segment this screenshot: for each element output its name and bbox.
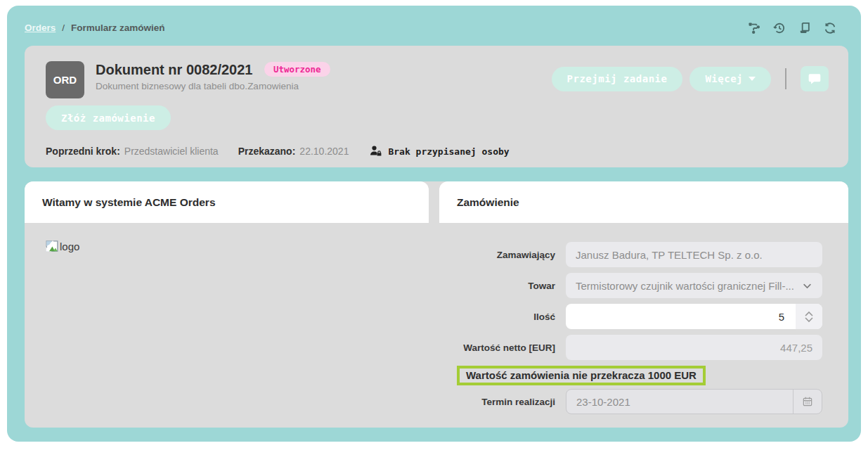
- notice-row: Wartość zamówienia nie przekracza 1000 E…: [457, 366, 822, 385]
- order-form: Zamawiający Janusz Badura, TP TELTECH Sp…: [439, 223, 848, 420]
- form-row: Termin realizacji 23-10-2021: [457, 389, 822, 414]
- form-row: Towar Termistorowy czujnik wartości gran…: [457, 273, 822, 298]
- form-row: Ilość 5: [457, 304, 822, 329]
- history-icon[interactable]: [772, 21, 786, 35]
- person-lock-icon: [370, 145, 382, 158]
- more-button[interactable]: Więcej: [689, 67, 771, 91]
- logo-alt-text: logo: [60, 241, 79, 252]
- handed-over-value: 22.10.2021: [299, 146, 349, 157]
- welcome-panel-header: Witamy w systemie ACME Orders: [25, 181, 429, 223]
- top-toolbar: [747, 21, 837, 35]
- product-select-value: Termistorowy czujnik wartości granicznej…: [576, 280, 794, 292]
- chevron-down-icon: [802, 281, 812, 291]
- breadcrumb-current: Formularz zamówień: [71, 23, 165, 33]
- comments-button[interactable]: [801, 66, 829, 91]
- field-label-towar: Towar: [457, 281, 566, 291]
- chat-icon: [808, 72, 822, 86]
- doc-type-badge: ORD: [46, 61, 84, 98]
- spinner-down-icon: [805, 317, 813, 323]
- orderer-field: Janusz Badura, TP TELTECH Sp. z o.o.: [566, 242, 822, 267]
- field-label-zamawiajacy: Zamawiający: [457, 250, 566, 260]
- calendar-icon: [802, 396, 813, 407]
- header-actions: Przejmij zadanie Więcej: [552, 61, 829, 91]
- delivery-date-value: 23-10-2021: [566, 396, 793, 408]
- field-label-termin: Termin realizacji: [457, 397, 566, 407]
- field-label-ilosc: Ilość: [457, 312, 566, 322]
- submit-order-button[interactable]: Złóż zamówienie: [46, 105, 171, 130]
- assignee-status-text: Brak przypisanej osoby: [388, 146, 509, 157]
- previous-step-label: Poprzedni krok:: [46, 146, 120, 157]
- process-diagram-icon[interactable]: [747, 21, 761, 35]
- workflow-meta: Poprzedni krok: Przedstawiciel klienta P…: [46, 145, 848, 158]
- submit-order-label: Złóż zamówienie: [61, 113, 155, 124]
- spinner-up-icon: [805, 311, 813, 316]
- field-label-wartosc-netto: Wartość netto [EUR]: [457, 342, 566, 353]
- take-task-label: Przejmij zadanie: [567, 73, 668, 84]
- breadcrumb: Orders / Formularz zamówień: [25, 23, 165, 33]
- net-value-field: 447,25: [566, 335, 822, 360]
- document-header-card: ORD Dokument nr 0082/2021 Utworzone Doku…: [25, 46, 848, 167]
- quantity-stepper[interactable]: 5: [566, 304, 822, 329]
- order-panel-title: Zamówienie: [457, 196, 519, 209]
- previous-step-value: Przedstawiciel klienta: [124, 146, 219, 157]
- document-log-icon[interactable]: [798, 21, 812, 35]
- form-content-area: Witamy w systemie ACME Orders Zamówienie: [25, 181, 848, 428]
- order-value-notice: Wartość zamówienia nie przekracza 1000 E…: [457, 366, 706, 385]
- broken-image-icon: [46, 240, 59, 253]
- logo-placeholder: logo: [46, 240, 79, 253]
- delivery-date-field[interactable]: 23-10-2021: [566, 389, 822, 414]
- app-canvas: Orders / Formularz zamówień: [7, 6, 861, 442]
- calendar-button[interactable]: [793, 390, 822, 414]
- quantity-value: 5: [566, 311, 796, 323]
- form-row: Wartość netto [EUR] 447,25: [457, 335, 822, 360]
- chevron-down-icon: [749, 77, 756, 81]
- assignee-status: Brak przypisanej osoby: [370, 145, 509, 158]
- take-task-button[interactable]: Przejmij zadanie: [552, 67, 683, 91]
- more-label: Więcej: [705, 73, 743, 84]
- actions-divider: [785, 68, 786, 89]
- breadcrumb-orders-link[interactable]: Orders: [25, 23, 56, 33]
- refresh-icon[interactable]: [823, 21, 837, 35]
- quantity-spinner[interactable]: [796, 304, 822, 329]
- doc-subtitle: Dokument biznesowy dla tabeli dbo.Zamowi…: [96, 81, 330, 91]
- handed-over-label: Przekazano:: [238, 146, 296, 157]
- product-select[interactable]: Termistorowy czujnik wartości granicznej…: [566, 273, 822, 298]
- status-badge: Utworzone: [264, 62, 330, 77]
- order-panel-header: Zamówienie: [439, 181, 848, 223]
- welcome-panel-title: Witamy w systemie ACME Orders: [42, 196, 216, 209]
- breadcrumb-separator: /: [62, 23, 65, 33]
- form-row: Zamawiający Janusz Badura, TP TELTECH Sp…: [457, 242, 822, 267]
- page-title: Dokument nr 0082/2021: [96, 62, 252, 77]
